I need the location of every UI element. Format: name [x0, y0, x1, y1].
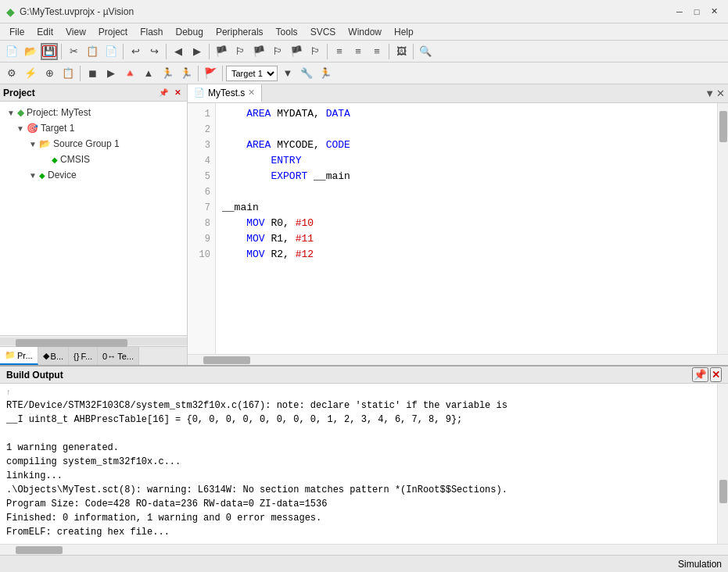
save-button[interactable]: 💾 [41, 43, 58, 60]
build-vscroll[interactable] [717, 384, 728, 544]
tree-toggle-device: ▼ [28, 171, 38, 180]
ln-9: 9 [188, 231, 215, 247]
format-button[interactable]: ≡ [368, 43, 386, 60]
minimize-button[interactable]: ─ [672, 4, 687, 20]
ln-3: 3 [188, 138, 215, 153]
build-output-header: Build Output 📌 ✕ [0, 366, 728, 384]
project-tab-functions[interactable]: {} F... [69, 347, 98, 365]
target-run-button[interactable]: 🏃 [317, 65, 334, 82]
project-tab-books[interactable]: ◆ B... [38, 347, 70, 365]
project-label: Project: MyTest [27, 107, 91, 118]
ln-7: 7 [188, 200, 215, 216]
toolbar-1: 📄 📂 💾 ✂ 📋 📄 ↩ ↪ ◀ ▶ 🏴 🏳 🏴 🏳 🏴 🏳 ≡ ≡ ≡ 🖼 … [0, 41, 728, 63]
target-selector[interactable]: Target 1 [226, 66, 278, 81]
project-tab-project[interactable]: 📁 Pr... [0, 347, 38, 365]
step-button[interactable]: 🔺 [121, 65, 138, 82]
project-icon: ◆ [17, 107, 24, 118]
menu-item-peripherals[interactable]: Peripherals [210, 25, 270, 39]
books-tab-icon: ◆ [43, 351, 49, 361]
editor-tab-mytest[interactable]: 📄 MyTest.s ✕ [188, 84, 262, 102]
undo-button[interactable]: ↩ [127, 43, 144, 60]
ln-1: 1 [188, 106, 215, 122]
tree-item-device[interactable]: ▼ ◆ Device [0, 167, 187, 183]
menu-item-flash[interactable]: Flash [134, 25, 169, 39]
build-output-pin-button[interactable]: 📌 [692, 367, 708, 382]
run2-button[interactable]: 🏃 [159, 65, 176, 82]
menu-item-window[interactable]: Window [342, 25, 388, 39]
bookmark5-button[interactable]: 🏴 [288, 43, 305, 60]
editor-hscroll[interactable] [188, 354, 728, 365]
copy-button[interactable]: 📋 [84, 43, 101, 60]
project-tab-templates[interactable]: 0↔ Te... [98, 347, 139, 365]
project-close-button[interactable]: ✕ [171, 87, 184, 99]
bookmark6-button[interactable]: 🏳 [307, 43, 324, 60]
menu-item-project[interactable]: Project [92, 25, 134, 39]
code-content[interactable]: AREA MYDATA, DATA AREA MYCODE, CODE [216, 103, 717, 354]
menu-item-tools[interactable]: Tools [270, 25, 304, 39]
build-output-area: Build Output 📌 ✕ ↑ RTE/Device/STM32F103C… [0, 365, 728, 572]
menu-item-file[interactable]: File [3, 25, 30, 39]
nav-fwd-button[interactable]: ▶ [188, 43, 206, 60]
paste-button[interactable]: 📄 [102, 43, 120, 60]
build-line-10: FromELF: creating hex file... [6, 525, 711, 539]
redo-button[interactable]: ↪ [145, 43, 163, 60]
new-file-button[interactable]: 📄 [3, 43, 20, 60]
menu-item-svcs[interactable]: SVCS [304, 25, 342, 39]
code-line-6 [222, 184, 711, 200]
open-button[interactable]: 📂 [22, 43, 39, 60]
build-vscroll-thumb[interactable] [719, 480, 727, 503]
indent-button[interactable]: ≡ [331, 43, 348, 60]
close-button[interactable]: ✕ [706, 4, 722, 20]
maximize-button[interactable]: □ [689, 4, 705, 20]
project-hscroll-thumb[interactable] [16, 339, 127, 347]
nav-back-button[interactable]: ◀ [170, 43, 187, 60]
menu-item-help[interactable]: Help [388, 25, 420, 39]
tab-arrow-down[interactable]: ▼ [705, 88, 715, 99]
bookmark3-button[interactable]: 🏴 [250, 43, 267, 60]
editor-vscroll[interactable] [717, 103, 728, 354]
find-button[interactable]: 🔍 [417, 43, 434, 60]
run3-button[interactable]: 🏃 [178, 65, 195, 82]
tree-item-cmsis[interactable]: ◆ CMSIS [0, 152, 187, 167]
step-over-button[interactable]: ▲ [140, 65, 157, 82]
add-button[interactable]: ⊕ [41, 65, 58, 82]
tab-close-button[interactable]: ✕ [248, 88, 255, 98]
cut-button[interactable]: ✂ [65, 43, 82, 60]
bookmark1-button[interactable]: 🏴 [213, 43, 230, 60]
tree-item-project[interactable]: ▼ ◆ Project: MyTest [0, 105, 187, 120]
menu-item-edit[interactable]: Edit [30, 25, 59, 39]
build-output-content[interactable]: ↑ RTE/Device/STM32F103C8/system_stm32f10… [0, 384, 717, 544]
build-button[interactable]: ⚡ [22, 65, 39, 82]
options-button[interactable]: ⚙ [3, 65, 20, 82]
build-hscroll[interactable] [0, 544, 728, 555]
build-output-close-button[interactable]: ✕ [710, 367, 722, 382]
flag-button[interactable]: 🚩 [202, 65, 219, 82]
menu-item-view[interactable]: View [59, 25, 92, 39]
ext-tool-button[interactable]: 🖼 [393, 43, 410, 60]
bookmark2-button[interactable]: 🏳 [231, 43, 249, 60]
target-icon: 🎯 [27, 123, 38, 134]
run-button[interactable]: ▶ [102, 65, 120, 82]
project-header-buttons: 📌 ✕ [157, 87, 184, 99]
editor-vscroll-thumb[interactable] [719, 111, 727, 142]
stop-button[interactable]: ◼ [84, 65, 101, 82]
menu-item-debug[interactable]: Debug [170, 25, 210, 39]
project-pin-button[interactable]: 📌 [157, 87, 170, 99]
manage-button[interactable]: 📋 [59, 65, 77, 82]
editor-hscroll-thumb[interactable] [203, 356, 250, 364]
outdent-button[interactable]: ≡ [350, 43, 367, 60]
toolbar-2: ⚙ ⚡ ⊕ 📋 ◼ ▶ 🔺 ▲ 🏃 🏃 🚩 Target 1 ▼ 🔧 🏃 [0, 63, 728, 84]
tree-item-source-group[interactable]: ▼ 📂 Source Group 1 [0, 136, 187, 152]
line-numbers: 1 2 3 4 5 6 7 8 9 10 [188, 103, 216, 354]
app-icon: ◆ [6, 5, 15, 18]
cmsis-icon: ◆ [52, 156, 58, 164]
tab-close-all[interactable]: ✕ [716, 88, 725, 99]
target-settings-button[interactable]: 🔧 [298, 65, 315, 82]
target-dropdown-button[interactable]: ▼ [279, 65, 296, 82]
build-output-scroll-wrap: ↑ RTE/Device/STM32F103C8/system_stm32f10… [0, 384, 728, 544]
project-hscroll[interactable] [0, 335, 187, 346]
code-line-3: AREA MYCODE, CODE [222, 138, 711, 153]
build-hscroll-thumb[interactable] [16, 546, 63, 554]
tree-item-target[interactable]: ▼ 🎯 Target 1 [0, 120, 187, 136]
bookmark4-button[interactable]: 🏳 [269, 43, 286, 60]
